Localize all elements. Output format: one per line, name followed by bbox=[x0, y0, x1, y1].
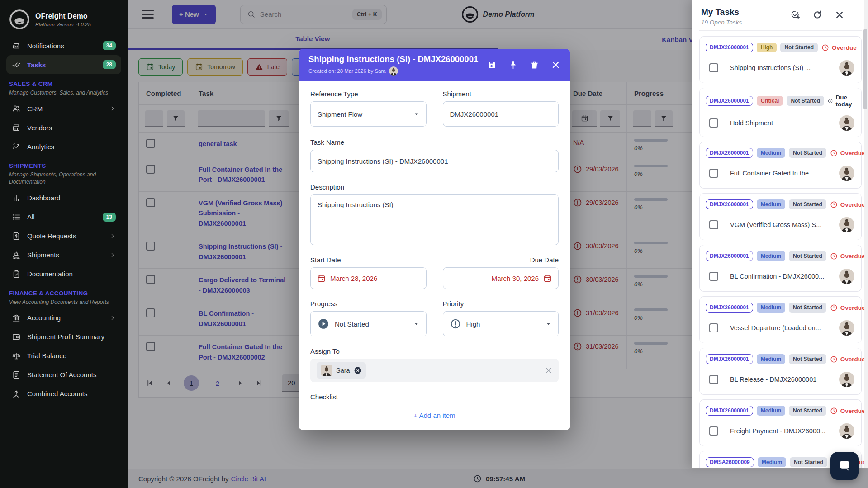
task-complete-checkbox[interactable] bbox=[709, 426, 718, 436]
start-date-label: Start Date bbox=[310, 256, 427, 264]
shipment-input[interactable]: DMJX26000001 bbox=[443, 101, 559, 127]
assignee-avatar bbox=[839, 60, 854, 76]
sidebar-item[interactable]: Shipment Profit Summary bbox=[6, 327, 121, 346]
task-name-label: Task Name bbox=[310, 138, 559, 146]
due-status: Overdue bbox=[830, 407, 865, 415]
my-tasks-panel: My Tasks 19 Open Tasks DMJX26000001 High… bbox=[692, 0, 868, 468]
shipment-ref-badge: DMJX26000001 bbox=[706, 303, 753, 313]
sidebar-item-label: Quote Requests bbox=[27, 232, 103, 240]
chevron-right-icon bbox=[109, 105, 116, 112]
chat-bubble-icon bbox=[838, 459, 851, 473]
panel-title: My Tasks bbox=[701, 7, 742, 17]
task-card[interactable]: DMJX26000001 Medium Not Started Overdue … bbox=[699, 296, 862, 343]
task-card[interactable]: DMJX26000001 Medium Not Started Overdue … bbox=[699, 348, 862, 395]
task-complete-checkbox[interactable] bbox=[709, 63, 718, 72]
task-card-title: Shipping Instructions (SI) ... bbox=[730, 64, 835, 71]
status-badge: Not Started bbox=[789, 199, 826, 209]
sidebar-item[interactable]: Quote Requests bbox=[6, 227, 121, 246]
sidebar-item[interactable]: Combined Accounts bbox=[6, 384, 121, 403]
due-date-label: Due Date bbox=[443, 256, 559, 264]
close-panel-icon[interactable] bbox=[835, 10, 844, 20]
task-card-title: BL Confirmation - DMJX26000... bbox=[730, 273, 835, 280]
task-complete-checkbox[interactable] bbox=[709, 375, 718, 384]
task-card[interactable]: DMJX26000001 Medium Not Started Overdue … bbox=[699, 193, 862, 240]
sidebar-item[interactable]: Notifications 34 bbox=[6, 36, 121, 55]
sidebar-item[interactable]: Accounting bbox=[6, 308, 121, 327]
task-complete-checkbox[interactable] bbox=[709, 272, 718, 281]
task-complete-checkbox[interactable] bbox=[709, 220, 718, 229]
due-status: Overdue bbox=[830, 252, 865, 260]
sidebar: OFreight Demo Platform Version: 4.0.25 N… bbox=[0, 0, 128, 488]
shipment-ref-badge: DMJX26000001 bbox=[706, 43, 753, 52]
task-card[interactable]: DMJX26000001 Critical Not Started Due to… bbox=[699, 88, 862, 137]
open-tasks-count: 19 Open Tasks bbox=[701, 19, 742, 26]
task-complete-checkbox[interactable] bbox=[709, 323, 718, 332]
task-card-title: Vessel Departure (Loaded on... bbox=[730, 324, 835, 332]
assign-to-label: Assign To bbox=[310, 347, 559, 355]
due-status: Overdue bbox=[821, 44, 857, 52]
assign-to-field[interactable]: Sara bbox=[310, 359, 559, 382]
crm-icon bbox=[12, 104, 21, 113]
modal-header: Shipping Instructions (SI) - DMJX2600000… bbox=[299, 49, 570, 81]
priority-select[interactable]: High bbox=[443, 311, 559, 336]
status-badge: Not Started bbox=[780, 43, 818, 52]
due-date-input[interactable]: March 30, 2026 bbox=[443, 267, 559, 289]
due-status: Due today bbox=[828, 94, 855, 108]
task-complete-checkbox[interactable] bbox=[709, 118, 718, 128]
sidebar-item[interactable]: Dashboard bbox=[6, 189, 121, 208]
caret-down-icon bbox=[545, 321, 551, 327]
assignee-chip: Sara bbox=[317, 362, 366, 379]
calendar-icon bbox=[543, 274, 552, 283]
due-status: Overdue bbox=[830, 304, 865, 312]
description-textarea[interactable]: Shipping Instructions (SI) bbox=[310, 194, 559, 245]
sidebar-item[interactable]: CRM bbox=[6, 99, 121, 118]
add-task-icon[interactable] bbox=[790, 10, 800, 20]
task-card[interactable]: DMJX26000001 High Not Started Overdue Sh… bbox=[699, 36, 862, 83]
combined-accounts-icon bbox=[12, 389, 21, 398]
task-complete-checkbox[interactable] bbox=[709, 169, 718, 178]
pin-icon[interactable] bbox=[508, 60, 518, 70]
panel-scrollbar-thumb[interactable] bbox=[863, 29, 867, 109]
shipment-profit-summary-icon bbox=[12, 332, 21, 341]
sidebar-item[interactable]: Vendors bbox=[6, 118, 121, 137]
assignee-avatar bbox=[839, 372, 854, 387]
sidebar-item[interactable]: Statement Of Accounts bbox=[6, 365, 121, 384]
sidebar-item[interactable]: Documentation bbox=[6, 265, 121, 284]
reference-type-select[interactable]: Shipment Flow bbox=[310, 101, 427, 127]
status-badge: Not Started bbox=[787, 96, 824, 106]
refresh-icon[interactable] bbox=[812, 10, 822, 20]
task-name-input[interactable]: Shipping Instructions (SI) - DMJX2600000… bbox=[310, 150, 559, 172]
save-icon[interactable] bbox=[487, 60, 497, 70]
sidebar-item[interactable]: Analytics bbox=[6, 137, 121, 156]
modal-created-info: Created on: 28 Mar 2026 by Sara bbox=[308, 68, 386, 74]
start-date-input[interactable]: March 28, 2026 bbox=[310, 267, 427, 289]
task-card[interactable]: DMJX26000001 Medium Not Started Overdue … bbox=[699, 245, 862, 292]
remove-assignee-icon[interactable] bbox=[354, 366, 362, 374]
priority-badge: Medium bbox=[758, 457, 786, 467]
sidebar-item-label: Combined Accounts bbox=[27, 390, 116, 398]
clock-icon bbox=[830, 252, 838, 260]
sidebar-item[interactable]: Tasks 28 bbox=[6, 55, 121, 74]
platform-version: Platform Version: 4.0.25 bbox=[35, 22, 91, 27]
sidebar-item[interactable]: Shipments bbox=[6, 246, 121, 265]
creator-avatar bbox=[389, 66, 398, 76]
delete-icon[interactable] bbox=[530, 60, 539, 70]
clock-icon bbox=[821, 44, 829, 52]
caret-down-icon bbox=[413, 111, 419, 117]
priority-badge: Critical bbox=[757, 96, 783, 106]
panel-scrollbar-track[interactable] bbox=[864, 0, 868, 468]
task-card[interactable]: DMJX26000001 Medium Not Started Overdue … bbox=[699, 142, 862, 189]
clear-assignees-icon[interactable] bbox=[545, 367, 552, 374]
reference-type-label: Reference Type bbox=[310, 90, 427, 98]
close-icon[interactable] bbox=[551, 60, 560, 70]
add-checklist-item-link[interactable]: + Add an item bbox=[310, 412, 559, 419]
priority-badge: Medium bbox=[757, 406, 785, 416]
sidebar-item-label: Documentation bbox=[27, 270, 116, 278]
chat-widget-button[interactable] bbox=[830, 452, 859, 480]
task-card[interactable]: DMJX26000001 Medium Not Started Overdue … bbox=[699, 399, 862, 446]
sidebar-item-label: CRM bbox=[27, 105, 103, 113]
sidebar-item[interactable]: Trial Balance bbox=[6, 346, 121, 365]
status-badge: Not Started bbox=[789, 148, 826, 158]
progress-select[interactable]: Not Started bbox=[310, 311, 427, 336]
sidebar-item[interactable]: All 13 bbox=[6, 208, 121, 227]
